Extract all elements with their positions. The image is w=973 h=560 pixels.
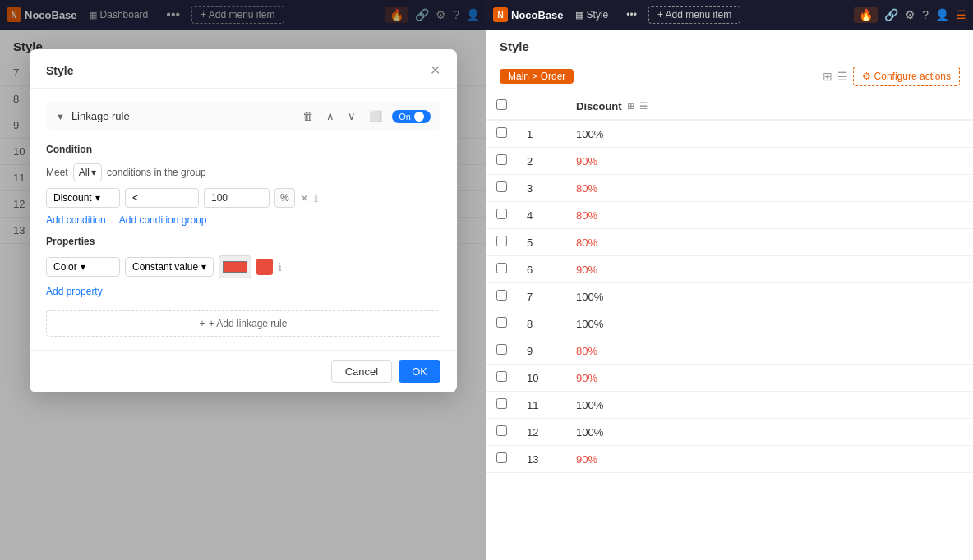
row-checkbox[interactable] — [496, 290, 507, 301]
field-select[interactable]: Discount ▾ — [46, 188, 120, 208]
row-num: 6 — [517, 256, 566, 283]
right-panel: N NocoBase ▦ Style ••• + Add menu item 🔥… — [486, 0, 973, 560]
row-val: 100% — [566, 392, 973, 419]
copy-rule-button[interactable]: ⬜ — [366, 108, 385, 124]
row-num: 8 — [517, 310, 566, 337]
row-checkbox[interactable] — [496, 398, 507, 409]
row-checkbox[interactable] — [496, 425, 507, 436]
modal-close-button[interactable]: ✕ — [430, 62, 440, 78]
modal-header: Style ✕ — [30, 49, 457, 89]
conditions-suffix: conditions in the group — [107, 167, 206, 178]
row-val: 90% — [566, 256, 973, 283]
row-num: 9 — [517, 337, 566, 365]
add-condition-group-button[interactable]: Add condition group — [119, 214, 207, 226]
discount-header-content: Discount ⊞ ☰ — [576, 100, 963, 112]
modal-overlay: Style ✕ ▼ Linkage rule 🗑 ∧ ∨ ⬜ On — [0, 0, 486, 560]
move-down-button[interactable]: ∨ — [344, 108, 359, 124]
delete-rule-button[interactable]: 🗑 — [299, 108, 316, 124]
th-grid-icon[interactable]: ⊞ — [627, 101, 634, 112]
properties-label: Properties — [46, 236, 440, 247]
cancel-button[interactable]: Cancel — [331, 360, 392, 383]
row-num: 3 — [517, 175, 566, 202]
row-num: 11 — [517, 392, 566, 419]
right-page-title: Style — [486, 30, 973, 60]
rule-toggle[interactable]: On — [392, 110, 431, 123]
collapse-icon[interactable]: ▼ — [56, 112, 65, 122]
remove-condition-button[interactable]: ✕ — [300, 192, 309, 204]
operator-select[interactable]: < — [125, 188, 199, 208]
table-row: 11 100% — [486, 392, 973, 419]
right-gear-icon[interactable]: ⚙ — [905, 8, 915, 21]
configure-actions-button[interactable]: ⚙ Configure actions — [853, 67, 960, 86]
row-checkbox[interactable] — [496, 127, 507, 138]
row-checkbox[interactable] — [496, 344, 507, 355]
right-fire-icon[interactable]: 🔥 — [854, 7, 878, 23]
right-dashboard-link[interactable]: ▦ Style — [569, 6, 616, 24]
unit-label: % — [274, 188, 295, 208]
row-val: 80% — [566, 229, 973, 256]
add-condition-row: Add condition Add condition group — [46, 214, 440, 226]
property-info-icon[interactable]: ℹ — [278, 261, 282, 273]
breadcrumb[interactable]: Main > Order — [500, 69, 574, 84]
row-checkbox[interactable] — [496, 317, 507, 328]
add-property-button[interactable]: Add property — [46, 286, 103, 297]
right-user-icon[interactable]: 👤 — [935, 8, 949, 21]
right-link-icon[interactable]: 🔗 — [884, 8, 898, 21]
row-val: 90% — [566, 446, 973, 473]
properties-section: Properties Color ▾ Constant value ▾ ℹ — [46, 236, 440, 297]
right-more-icon[interactable]: ••• — [620, 6, 643, 24]
discount-header: Discount ⊞ ☰ — [566, 93, 973, 120]
meet-label: Meet — [46, 167, 68, 178]
linkage-rule-title: Linkage rule — [71, 110, 293, 122]
grid-icon[interactable]: ⊞ — [823, 70, 832, 83]
table-row: 12 100% — [486, 419, 973, 446]
move-up-button[interactable]: ∧ — [323, 108, 338, 124]
add-linkage-rule-button[interactable]: + + Add linkage rule — [46, 310, 440, 337]
row-val: 80% — [566, 202, 973, 229]
color-swatch[interactable] — [256, 259, 273, 275]
linkage-rule-header: ▼ Linkage rule 🗑 ∧ ∨ ⬜ On — [46, 102, 440, 131]
row-val: 100% — [566, 120, 973, 148]
row-checkbox[interactable] — [496, 154, 507, 165]
condition-line: Discount ▾ < % ✕ ℹ — [46, 188, 440, 208]
row-checkbox[interactable] — [496, 209, 507, 219]
row-checkbox[interactable] — [496, 181, 507, 192]
row-checkbox[interactable] — [496, 263, 507, 273]
right-help-icon[interactable]: ? — [922, 8, 929, 21]
list-icon[interactable]: ☰ — [837, 70, 848, 83]
info-icon[interactable]: ℹ — [314, 192, 318, 204]
color-select[interactable]: Color ▾ — [46, 257, 120, 277]
row-num: 4 — [517, 202, 566, 229]
row-num: 7 — [517, 283, 566, 310]
row-val: 90% — [566, 365, 973, 392]
th-list-icon[interactable]: ☰ — [639, 101, 648, 112]
num-header — [517, 93, 566, 120]
meet-row: Meet All ▾ conditions in the group — [46, 163, 440, 181]
color-picker[interactable] — [219, 255, 251, 278]
row-val: 80% — [566, 175, 973, 202]
right-add-menu-button[interactable]: + Add menu item — [648, 6, 740, 24]
table-row: 1 100% — [486, 120, 973, 148]
row-checkbox[interactable] — [496, 236, 507, 246]
row-checkbox[interactable] — [496, 371, 507, 382]
value-type-select[interactable]: Constant value ▾ — [125, 257, 214, 277]
add-condition-button[interactable]: Add condition — [46, 214, 106, 226]
table-row: 4 80% — [486, 202, 973, 229]
value-input[interactable] — [204, 188, 270, 208]
table-row: 9 80% — [486, 337, 973, 365]
right-logo-icon: N — [493, 7, 508, 22]
select-all-checkbox[interactable] — [496, 99, 507, 110]
right-table-container: Discount ⊞ ☰ 1 100% 2 90% 3 80% 4 — [486, 93, 973, 473]
row-num: 2 — [517, 148, 566, 175]
ok-button[interactable]: OK — [399, 360, 440, 383]
row-num: 10 — [517, 365, 566, 392]
right-menu-icon[interactable]: ☰ — [956, 8, 966, 21]
row-checkbox[interactable] — [496, 452, 507, 463]
row-val: 80% — [566, 337, 973, 365]
row-val: 100% — [566, 283, 973, 310]
property-row: Color ▾ Constant value ▾ ℹ — [46, 255, 440, 278]
all-select[interactable]: All ▾ — [73, 163, 102, 181]
row-val: 100% — [566, 310, 973, 337]
table-row: 2 90% — [486, 148, 973, 175]
rule-actions: 🗑 ∧ ∨ ⬜ On — [299, 108, 431, 124]
